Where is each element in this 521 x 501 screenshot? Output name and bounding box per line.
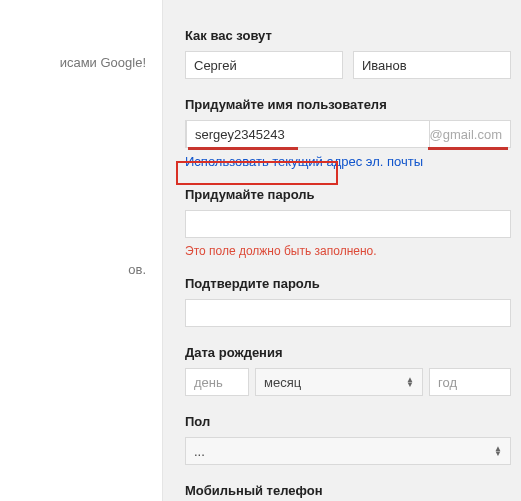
phone-group: Мобильный телефон <box>185 483 521 498</box>
underline-annotation <box>428 147 508 150</box>
first-name-input[interactable] <box>185 51 343 79</box>
gender-group: Пол ... ▲▼ <box>185 414 521 465</box>
name-label: Как вас зовут <box>185 28 521 43</box>
phone-label: Мобильный телефон <box>185 483 521 498</box>
dob-month-select[interactable]: месяц ▲▼ <box>255 368 423 396</box>
name-group: Как вас зовут <box>185 28 521 79</box>
dob-day-input[interactable] <box>185 368 249 396</box>
dob-year-input[interactable] <box>429 368 511 396</box>
dob-label: Дата рождения <box>185 345 521 360</box>
updown-icon: ▲▼ <box>494 446 502 456</box>
promo-text-2: ов. <box>128 262 146 277</box>
promo-text-1: исами Google! <box>60 55 146 70</box>
dob-month-value: месяц <box>264 375 301 390</box>
left-sidebar: исами Google! ов. <box>0 0 162 501</box>
confirm-password-label: Подтвердите пароль <box>185 276 521 291</box>
gender-value: ... <box>194 444 205 459</box>
confirm-password-group: Подтвердите пароль <box>185 276 521 327</box>
use-current-email-link[interactable]: Использовать текущий адрес эл. почты <box>185 154 423 169</box>
username-domain: @gmail.com <box>430 127 510 142</box>
password-input[interactable] <box>185 210 511 238</box>
underline-annotation <box>188 147 298 150</box>
password-error: Это поле должно быть заполнено. <box>185 244 521 258</box>
username-input[interactable] <box>186 120 430 148</box>
last-name-input[interactable] <box>353 51 511 79</box>
gender-select[interactable]: ... ▲▼ <box>185 437 511 465</box>
username-group: Придумайте имя пользователя @gmail.com И… <box>185 97 521 169</box>
username-field-wrap: @gmail.com <box>185 120 511 148</box>
confirm-password-input[interactable] <box>185 299 511 327</box>
gender-label: Пол <box>185 414 521 429</box>
password-label: Придумайте пароль <box>185 187 521 202</box>
dob-group: Дата рождения месяц ▲▼ <box>185 345 521 396</box>
updown-icon: ▲▼ <box>406 377 414 387</box>
signup-form: Как вас зовут Придумайте имя пользовател… <box>162 0 521 501</box>
username-label: Придумайте имя пользователя <box>185 97 521 112</box>
password-group: Придумайте пароль Это поле должно быть з… <box>185 187 521 258</box>
